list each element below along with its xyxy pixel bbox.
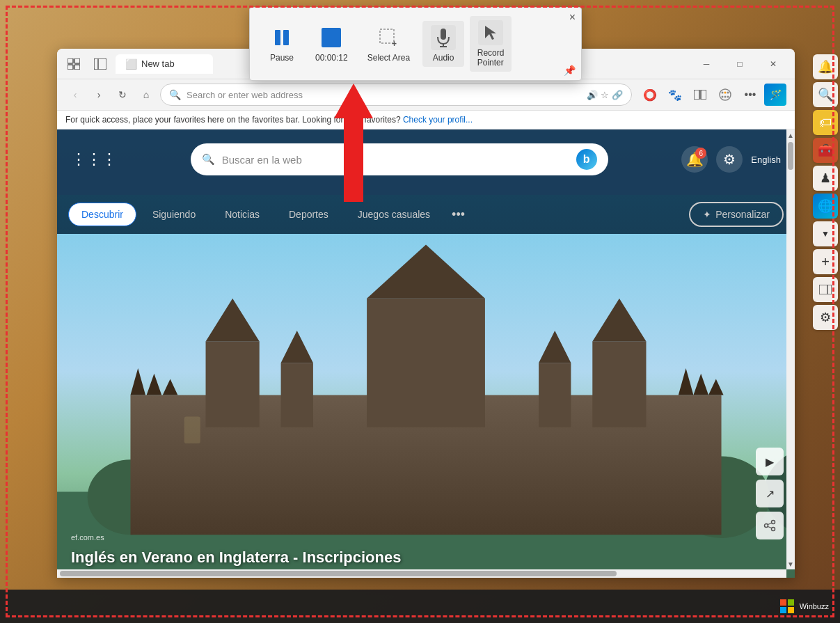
extensions-icon[interactable] bbox=[714, 84, 736, 106]
select-area-button[interactable]: + Select Area bbox=[360, 21, 417, 67]
audio-label: Audio bbox=[433, 53, 454, 63]
sidebar-settings-icon[interactable]: ⚙ bbox=[813, 305, 838, 330]
new-tab-search-bar[interactable]: 🔍 Buscar en la web b bbox=[191, 143, 608, 175]
svg-rect-32 bbox=[367, 299, 485, 427]
select-area-icon: + bbox=[376, 25, 401, 50]
notifications-button[interactable]: 🔔 6 bbox=[681, 146, 708, 173]
sidebar-add-icon[interactable]: + bbox=[813, 249, 838, 274]
tracking-icon[interactable]: 🐾 bbox=[664, 84, 686, 106]
pause-icon bbox=[269, 25, 294, 50]
more-tabs-icon[interactable]: ••• bbox=[446, 207, 470, 222]
address-bar-icons: 🔊 ☆ 🔗 bbox=[587, 90, 623, 100]
language-label: English bbox=[751, 155, 781, 165]
link-icon[interactable]: 🔗 bbox=[612, 90, 623, 100]
personalizar-button[interactable]: ✦ Personalizar bbox=[689, 202, 784, 227]
scroll-thumb[interactable] bbox=[788, 142, 793, 170]
play-button[interactable]: ▶ bbox=[756, 448, 784, 475]
svg-rect-12 bbox=[94, 58, 106, 70]
svg-point-49 bbox=[772, 528, 775, 531]
recording-toolbar: × Pause 00:00:12 + Select Area bbox=[249, 7, 582, 81]
sidebar-dropdown-icon[interactable]: ▼ bbox=[813, 221, 838, 246]
close-toolbar-button[interactable]: × bbox=[569, 12, 576, 23]
svg-rect-31 bbox=[184, 416, 200, 443]
svg-rect-53 bbox=[819, 285, 832, 294]
new-tab-page: ⋮⋮⋮ 🔍 Buscar en la web b 🔔 6 ⚙ bbox=[57, 129, 795, 578]
svg-point-17 bbox=[722, 92, 724, 94]
svg-point-16 bbox=[720, 89, 731, 100]
profile-icon[interactable]: 🪄 bbox=[764, 84, 786, 106]
search-section: ⋮⋮⋮ 🔍 Buscar en la web b 🔔 6 ⚙ bbox=[57, 129, 795, 195]
settings-button[interactable]: ⚙ bbox=[716, 146, 743, 173]
win-cell-yellow bbox=[788, 607, 794, 613]
audio-button[interactable]: Audio bbox=[422, 21, 464, 67]
sidebar-tag-icon[interactable]: 🏷 bbox=[813, 110, 838, 135]
window-close-button[interactable]: ✕ bbox=[757, 53, 789, 75]
svg-point-19 bbox=[727, 92, 729, 94]
home-button[interactable]: ⌂ bbox=[136, 85, 156, 104]
svg-rect-14 bbox=[694, 90, 699, 100]
sidebar-chess-icon[interactable]: ♟ bbox=[813, 166, 838, 191]
tab-descubrir[interactable]: Descubrir bbox=[68, 203, 136, 226]
apps-grid-icon[interactable]: ⋮⋮⋮ bbox=[71, 150, 117, 168]
window-controls: ─ □ ✕ bbox=[690, 53, 789, 75]
personalizar-star-icon: ✦ bbox=[703, 209, 711, 220]
media-icon: 🔊 bbox=[587, 90, 598, 100]
tab-label: New tab bbox=[141, 58, 175, 69]
svg-point-18 bbox=[724, 92, 727, 94]
pin-toolbar-button[interactable]: 📌 bbox=[564, 65, 576, 76]
address-text: Search or enter web address bbox=[187, 90, 303, 100]
bing-icon[interactable]: b bbox=[576, 149, 597, 170]
image-source-text: ef.com.es bbox=[71, 530, 104, 543]
opera-icon[interactable]: ⭕ bbox=[639, 84, 661, 106]
scroll-up-arrow[interactable]: ▲ bbox=[786, 129, 795, 141]
sidebar-tools-icon[interactable]: 🧰 bbox=[813, 138, 838, 163]
arrow-head bbox=[334, 84, 373, 118]
tab-noticias[interactable]: Noticias bbox=[212, 203, 273, 226]
back-button[interactable]: ‹ bbox=[65, 85, 85, 104]
windows-logo[interactable] bbox=[780, 599, 794, 613]
title-bar-left: ⬜ New tab bbox=[63, 53, 213, 75]
timer-label: 00:00:12 bbox=[315, 53, 348, 63]
record-pointer-button[interactable]: RecordPointer bbox=[470, 16, 512, 72]
svg-rect-36 bbox=[592, 341, 646, 427]
hscroll-thumb[interactable] bbox=[60, 571, 617, 576]
split-view-icon[interactable] bbox=[689, 84, 711, 106]
browser-content: ▲ ▼ ⋮⋮⋮ 🔍 Buscar en la web b bbox=[57, 129, 795, 578]
svg-line-52 bbox=[768, 527, 772, 528]
address-bar[interactable]: 🔍 Search or enter web address 🔊 ☆ 🔗 bbox=[160, 84, 632, 106]
reload-button[interactable]: ↻ bbox=[113, 85, 132, 104]
sidebar-panel-icon[interactable] bbox=[813, 277, 838, 302]
more-options-button[interactable]: ••• bbox=[739, 84, 761, 106]
sidebar-search-icon[interactable]: 🔍 bbox=[813, 82, 838, 107]
stop-timer-button[interactable]: 00:00:12 bbox=[308, 21, 355, 67]
search-bar-icons: b bbox=[576, 149, 597, 170]
tab-siguiendo[interactable]: Siguiendo bbox=[139, 203, 209, 226]
sidebar-notifications-icon[interactable]: 🔔 bbox=[813, 54, 838, 79]
tab-management-icon[interactable] bbox=[63, 53, 85, 75]
svg-point-22 bbox=[727, 96, 729, 98]
windows-logo-area[interactable]: Winbuzz bbox=[780, 599, 829, 613]
sidebar-edge-icon[interactable]: 🌐 bbox=[813, 194, 838, 219]
star-icon[interactable]: ☆ bbox=[601, 90, 609, 100]
red-arrow-indicator bbox=[334, 84, 373, 202]
audio-icon bbox=[431, 25, 456, 50]
share-button[interactable] bbox=[756, 512, 784, 539]
favorites-link[interactable]: Check your profil... bbox=[403, 115, 473, 125]
forward-button[interactable]: › bbox=[89, 85, 109, 104]
scroll-down-arrow[interactable]: ▼ bbox=[786, 558, 795, 569]
horizontal-scrollbar[interactable] bbox=[57, 569, 786, 578]
toolbar-right: ⭕ 🐾 ••• 🪄 bbox=[639, 84, 786, 106]
sidebar-toggle-icon[interactable] bbox=[89, 53, 111, 75]
address-bar-row: ‹ › ↻ ⌂ 🔍 Search or enter web address 🔊 … bbox=[57, 79, 795, 111]
pause-label: Pause bbox=[270, 53, 294, 63]
vertical-scrollbar[interactable]: ▲ ▼ bbox=[786, 129, 795, 569]
svg-rect-11 bbox=[74, 65, 80, 70]
maximize-button[interactable]: □ bbox=[724, 53, 756, 75]
pause-button[interactable]: Pause bbox=[261, 21, 303, 67]
svg-point-48 bbox=[772, 521, 775, 524]
active-tab[interactable]: ⬜ New tab bbox=[116, 54, 213, 74]
tab-deportes[interactable]: Deportes bbox=[276, 203, 342, 226]
minimize-button[interactable]: ─ bbox=[690, 53, 722, 75]
expand-button[interactable]: ↗ bbox=[756, 480, 784, 507]
tab-juegos[interactable]: Juegos casuales bbox=[344, 203, 443, 226]
